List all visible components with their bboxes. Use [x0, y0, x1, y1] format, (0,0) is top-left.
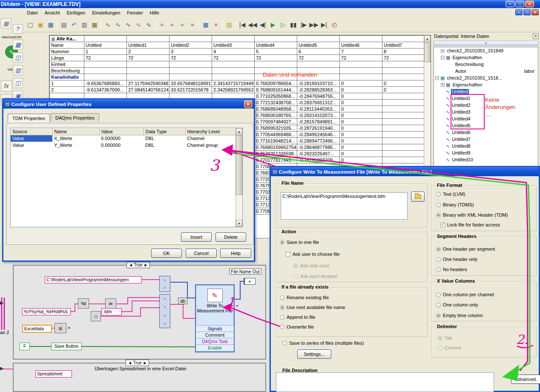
data-cell[interactable]: 0	[340, 119, 382, 125]
cell[interactable]: Untitled6	[340, 42, 382, 49]
data-cell[interactable]	[382, 144, 425, 151]
path-string-constant[interactable]: C:\Rode\LabView\Programm\Messungen\	[45, 276, 142, 283]
expander-plus-icon[interactable]: +	[441, 83, 445, 87]
tree-item-beschreibung[interactable]: +·Beschreibung	[434, 61, 538, 68]
row-index[interactable]: 1	[50, 80, 84, 87]
radio-one-column-per-channel[interactable]: One column per channel	[436, 292, 494, 298]
cell[interactable]	[169, 36, 212, 42]
data-cell[interactable]: -9.61347367009...	[84, 87, 127, 93]
props-cell[interactable]: Y_Werte	[52, 142, 99, 149]
data-cell[interactable]: -0.28157849891...	[297, 119, 340, 125]
cell[interactable]: 3	[169, 49, 212, 55]
concatenate-strings-node[interactable]: ≫	[105, 298, 116, 309]
cell[interactable]: 72	[127, 55, 169, 61]
sidebar-item-navigator[interactable]: NAVIGATOR	[0, 35, 23, 39]
format-datetime-node[interactable]: %t	[78, 298, 89, 309]
pause-icon[interactable]: ▮▮	[288, 19, 299, 30]
expander-minus-icon[interactable]: −	[441, 56, 445, 60]
datetime-format-constant[interactable]: %Y%y%d_%H%M%S	[22, 308, 71, 315]
insert-button[interactable]: Insert	[181, 232, 212, 242]
calc-sheet-icon[interactable]: ▦	[89, 19, 100, 30]
menu-fenster[interactable]: Fenster	[124, 9, 146, 17]
tree-item-check2-20101001-151849[interactable]: +▤check2_20101001_151849	[434, 47, 538, 54]
tree-item-untitled9[interactable]: +∿Untitled9	[434, 149, 538, 156]
cell[interactable]: Untitled2	[169, 42, 212, 49]
data-cell[interactable]	[382, 125, 425, 132]
cell[interactable]	[340, 36, 382, 42]
data-cell[interactable]: 0.770097484927...	[255, 119, 297, 125]
data-cell[interactable]: 0	[340, 93, 382, 100]
curve-icon-3[interactable]: ∿	[123, 19, 133, 30]
tree-item-untitled6[interactable]: +∿Untitled6	[434, 129, 538, 136]
menu-ansicht[interactable]: Ansicht	[41, 9, 63, 17]
property-label[interactable]: Länge	[50, 55, 84, 61]
props-cell[interactable]: X_Werte	[52, 135, 99, 142]
property-label[interactable]: Beschreibung	[50, 68, 84, 74]
tree-item-untitled8[interactable]: +∿Untitled8	[434, 143, 538, 149]
cell[interactable]	[340, 68, 382, 74]
cell[interactable]	[382, 74, 425, 80]
data-cell[interactable]: 0	[340, 125, 382, 132]
browse-button[interactable]	[411, 192, 425, 202]
data-cell[interactable]: 0.768309786654...	[255, 80, 297, 87]
props-cell[interactable]: DBL	[144, 135, 185, 142]
new-file-icon[interactable]: ▢	[25, 19, 35, 30]
data-cell[interactable]	[382, 138, 425, 144]
help-icon[interactable]: ?	[13, 24, 23, 34]
data-cell[interactable]: 0.770177817845...	[255, 157, 297, 163]
boolean-constant[interactable]: F	[20, 343, 30, 350]
data-cell[interactable]: 0	[340, 80, 382, 87]
grid-icon[interactable]: ▦	[201, 19, 211, 30]
case-selector-1[interactable]: ◄ True ►	[126, 262, 150, 268]
radio-tab[interactable]: Tab	[438, 335, 452, 341]
cell[interactable]: 5	[255, 49, 297, 55]
delete-button[interactable]: Delete	[215, 232, 246, 242]
data-cell[interactable]: -0.28113440263...	[297, 106, 340, 112]
cell[interactable]: 7	[340, 49, 382, 55]
properties-scrollbar[interactable]: ▲ ▼	[236, 128, 242, 227]
cell[interactable]	[127, 68, 169, 74]
props-cell[interactable]: Value	[11, 142, 52, 149]
step-forward-icon[interactable]: |▶	[299, 19, 309, 30]
axes-icon-3[interactable]: ≈	[177, 19, 187, 30]
go-start-icon[interactable]: |◀	[237, 19, 247, 30]
clock-icon[interactable]: ◴	[329, 19, 339, 30]
data-cell[interactable]: 0.770544969488...	[255, 132, 297, 138]
props-column-value[interactable]: Value	[99, 128, 144, 135]
extension-constant[interactable]: .tdm	[101, 308, 122, 315]
props-column-name[interactable]: Name	[52, 128, 99, 135]
data-cell[interactable]	[382, 157, 425, 163]
data-cell[interactable]: -0.28726191940...	[297, 125, 340, 132]
data-cell[interactable]: -0.28476948755...	[297, 93, 340, 100]
cell[interactable]	[127, 61, 169, 68]
settings-button[interactable]: Settings...	[297, 349, 331, 359]
cell[interactable]	[382, 61, 425, 68]
cell[interactable]	[84, 36, 127, 42]
merge-signals-node-1[interactable]: » »	[159, 276, 170, 292]
data-cell[interactable]: 0.7679351335598...	[255, 151, 297, 157]
data-cell[interactable]: 0.768500180765...	[255, 112, 297, 119]
cell[interactable]: Untitled5	[297, 42, 340, 49]
tree-item-untitled5[interactable]: +∿Untitled5	[434, 122, 538, 129]
data-cell[interactable]: 0	[340, 157, 382, 163]
advanced-button[interactable]: Advanced.	[511, 375, 540, 384]
save-button-terminal[interactable]: Save Button	[51, 343, 82, 350]
file-name-input[interactable]: C:\Rode\LabView\Programm\Messungen\test.…	[281, 192, 408, 220]
title-bar[interactable]: DIAdem - [VIEW: EXAMPLE.TDV] – □ ×	[0, 0, 540, 8]
props-cell[interactable]: Value	[11, 135, 52, 142]
radio-append-to-file[interactable]: Append to file	[280, 314, 315, 320]
cell[interactable]	[127, 36, 169, 42]
data-cell[interactable]: 33.6576848118991	[169, 80, 212, 87]
help-button[interactable]: Help	[220, 249, 251, 258]
data-cell[interactable]: 0	[382, 80, 425, 87]
row-index[interactable]: 2	[50, 87, 84, 93]
file-description-input[interactable]	[276, 372, 494, 392]
cell[interactable]: 72	[169, 55, 212, 61]
cell[interactable]	[212, 61, 255, 68]
data-cell[interactable]: 0.771025050868...	[255, 93, 297, 100]
data-cell[interactable]: 0	[340, 106, 382, 112]
cell[interactable]: 72	[297, 55, 340, 61]
open-folder-icon[interactable]: ▣	[35, 19, 46, 30]
data-cell[interactable]: -0.28314102073...	[297, 112, 340, 119]
layout-grid-icon-3[interactable]: ▥	[13, 65, 23, 75]
